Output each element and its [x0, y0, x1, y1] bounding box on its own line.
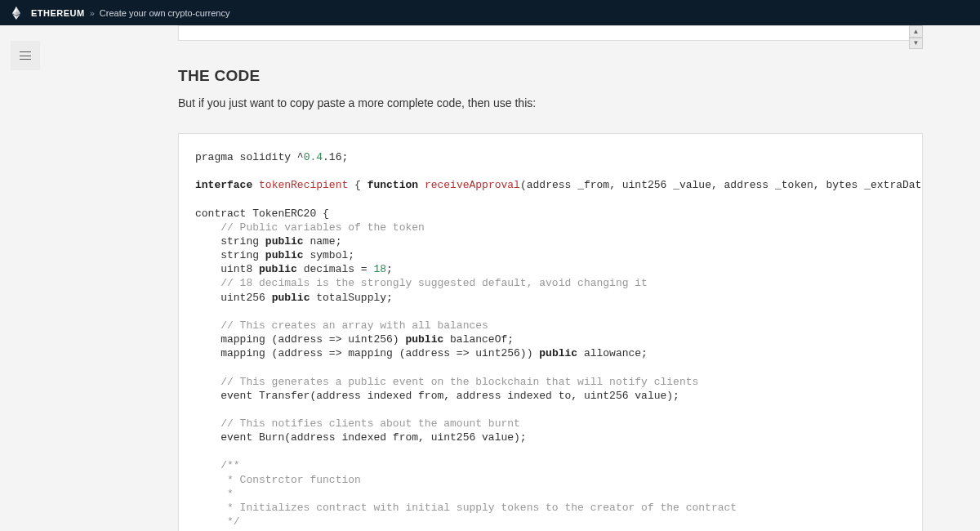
code-comment: /** — [195, 459, 240, 471]
code-text: uint256 — [195, 292, 272, 304]
code-text: balanceOf; — [443, 333, 514, 346]
scroll-down-button[interactable]: ▼ — [909, 38, 923, 50]
code-keyword: interface — [195, 179, 252, 191]
code-text: pragma solidity ^ — [195, 151, 304, 163]
code-text: mapping (address => mapping (address => … — [195, 347, 539, 359]
ethereum-logo-icon — [10, 7, 23, 20]
topbar: ETHEREUM » Create your own crypto-curren… — [0, 0, 980, 25]
scroll-up-button[interactable]: ▲ — [909, 25, 923, 38]
section-title: THE CODE — [178, 67, 923, 85]
code-text: .16; — [323, 151, 348, 163]
code-number: 18 — [373, 263, 386, 275]
page-title-link[interactable]: Create your own crypto-currency — [100, 8, 230, 18]
code-text: symbol; — [304, 249, 354, 261]
code-keyword: public — [539, 347, 577, 359]
hamburger-icon — [20, 51, 31, 60]
code-identifier: tokenRecipient — [259, 179, 348, 191]
code-text: ; — [386, 263, 393, 275]
code-keyword: public — [259, 263, 297, 275]
code-text: mapping (address => uint256) — [195, 333, 405, 346]
sidebar-toggle-button[interactable] — [11, 41, 40, 70]
code-text: decimals = — [297, 263, 374, 275]
code-comment: // Public variables of the token — [195, 221, 425, 234]
code-text: contract TokenERC20 { — [195, 207, 329, 220]
scroll-affordance: ▲ ▼ — [909, 25, 923, 49]
code-comment: * Constrctor function — [195, 474, 361, 486]
code-comment: */ — [195, 515, 240, 528]
code-text: event Burn(address indexed from, uint256… — [195, 431, 527, 444]
code-comment: * — [195, 488, 234, 500]
code-text: string — [195, 235, 265, 248]
code-keyword: public — [265, 249, 304, 261]
code-text: allowance; — [577, 347, 648, 359]
code-comment: * Initializes contract with initial supp… — [195, 502, 737, 514]
section-intro: But if you just want to copy paste a mor… — [178, 95, 923, 112]
code-text: uint8 — [195, 263, 259, 275]
code-keyword: public — [272, 292, 310, 304]
code-comment: // This notifies clients about the amoun… — [195, 417, 520, 430]
code-function: receiveApproval — [425, 179, 520, 191]
code-keyword: public — [265, 235, 304, 248]
code-comment: // This generates a public event on the … — [195, 376, 698, 388]
code-text: name; — [304, 235, 342, 248]
code-text: { — [348, 179, 367, 191]
main-content: ▲ ▼ THE CODE But if you just want to cop… — [178, 25, 923, 531]
code-keyword: public — [405, 333, 443, 346]
preceding-box: ▲ ▼ — [178, 25, 923, 41]
code-text: event Transfer(address indexed from, add… — [195, 390, 679, 402]
brand-label[interactable]: ETHEREUM — [31, 8, 85, 18]
code-text: (address _from, uint256 _value, address … — [520, 179, 923, 191]
code-keyword: function — [368, 179, 418, 191]
code-block[interactable]: pragma solidity ^0.4.16; interface token… — [178, 133, 923, 531]
code-text: totalSupply; — [310, 292, 392, 304]
code-comment: // This creates an array with all balanc… — [195, 319, 488, 332]
breadcrumb-separator: » — [90, 8, 95, 18]
code-number: 0.4 — [304, 151, 323, 163]
code-text: string — [195, 249, 265, 261]
code-comment: // 18 decimals is the strongly suggested… — [195, 277, 648, 289]
